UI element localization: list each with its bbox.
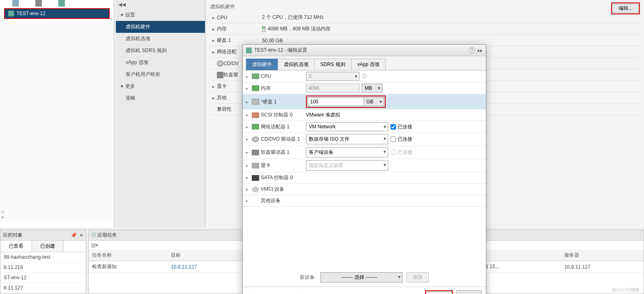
vm-icon — [246, 48, 252, 53]
floppy-icon — [252, 150, 259, 155]
watermark: @51CTO博客 — [612, 287, 640, 293]
memory-unit-select[interactable]: MB — [362, 84, 382, 93]
expand-icon[interactable]: ▸ — [246, 137, 252, 141]
tab-sdrs-rules[interactable]: SDRS 规则 — [314, 59, 352, 70]
edit-button[interactable]: 编辑... — [612, 4, 639, 13]
col-server[interactable]: 服务器 — [561, 250, 644, 261]
expand-icon[interactable]: ▸ — [210, 95, 217, 101]
disk-size-highlight: ▲▼ GB — [306, 96, 386, 108]
cancel-button[interactable]: 取消 — [456, 290, 482, 294]
tree-toolbar — [0, 0, 114, 7]
prop-disk: ▸ *硬盘 1 ▲▼ GB — [243, 94, 486, 109]
hw-row-memory: ▸ 内存 4096 MB，409 MB 活动内存 — [210, 23, 640, 35]
nav-vapp-options[interactable]: vApp 选项 — [116, 57, 205, 68]
floppy-icon — [217, 72, 223, 78]
memory-icon — [252, 85, 259, 91]
tree-anchors: ▷♦ — [2, 210, 5, 219]
expand-icon[interactable]: ▸ — [210, 84, 217, 89]
nav-guest-mapping[interactable]: 客户机用户映射 — [116, 68, 205, 80]
expand-icon[interactable]: ▸ — [246, 198, 252, 203]
disk-unit-select[interactable]: GB — [363, 97, 384, 106]
dialog-titlebar[interactable]: TEST-env-12 - 编辑设置 ? ▸▸ — [243, 45, 486, 56]
expand-icon[interactable]: ▸ — [246, 113, 252, 117]
list-item[interactable]: 98-haohanzhang-test — [0, 252, 86, 262]
memory-input[interactable] — [306, 84, 359, 93]
recent-list: 98-haohanzhang-test 8.11.218 ST-env-12 8… — [0, 252, 86, 293]
nav-section-settings[interactable]: 设置 — [116, 9, 205, 21]
disk-size-spinner[interactable]: ▲▼ — [308, 97, 361, 106]
dialog-footer: 兼容性: ESXi 6.5 及更高版本 (虚拟机版本 13) 确定 取消 — [243, 287, 486, 294]
target-link[interactable]: 10.8.11.127 — [171, 264, 197, 270]
prop-network: ▸ 网络适配器 1 VM Network 已连接 — [243, 121, 486, 133]
hosts-icon[interactable] — [12, 0, 19, 7]
gpu-icon — [252, 163, 259, 169]
tab-vapp-options[interactable]: vApp 选项 — [351, 59, 386, 70]
tab-created[interactable]: 已创建 — [32, 241, 64, 252]
tree-item-selected[interactable]: TEST-env-12 — [4, 8, 110, 19]
expand-icon[interactable]: ▸ — [246, 74, 252, 79]
tab-vm-options[interactable]: 虚拟机选项 — [278, 59, 315, 70]
tasks-icon: ▤ — [91, 232, 96, 238]
expand-icon[interactable]: ▸ — [246, 86, 252, 91]
list-item[interactable]: 8.11.127 — [0, 283, 86, 293]
network-icon[interactable] — [58, 0, 65, 7]
hw-row-cpu: ▸ CPU 2 个 CPU，已使用 712 MHz — [210, 12, 640, 23]
gpu-select[interactable]: 指定自定义设置 — [306, 160, 388, 171]
settings-nav-panel: ◀◀ 设置 虚拟机硬件 虚拟机选项 虚拟机 SDRS 规则 vApp 选项 客户… — [116, 0, 205, 228]
expand-icon[interactable]: ▸ — [246, 150, 252, 155]
list-item[interactable]: 8.11.218 — [0, 262, 86, 273]
sata-icon — [252, 175, 259, 181]
ok-button[interactable]: 确定 — [426, 292, 452, 294]
floppy-connected-checkbox: 已连接 — [391, 149, 412, 156]
network-icon — [252, 124, 259, 130]
expand-icon[interactable]: ▸ — [210, 49, 217, 55]
list-item[interactable]: ST-env-12 — [0, 273, 86, 283]
panel-title: 虚拟机硬件 — [210, 2, 640, 12]
nav-vm-options[interactable]: 虚拟机选项 — [116, 33, 205, 45]
panel-header: 近的对象 📌✕ — [0, 230, 86, 241]
nav-policy[interactable]: 策略 — [116, 92, 205, 104]
prop-sata: ▸ SATA 控制器 0 — [243, 172, 486, 184]
prop-memory: ▸ 内存 MB — [243, 82, 486, 94]
collapse-icon[interactable]: ◀◀ — [116, 0, 205, 9]
storage-icon[interactable] — [35, 0, 42, 7]
vm-icon — [8, 11, 14, 16]
expand-icon[interactable]: ▸ — [246, 100, 252, 104]
tab-virtual-hardware[interactable]: 虚拟硬件 — [246, 59, 278, 70]
new-device-select[interactable]: ------- 选择 ------- — [320, 272, 402, 283]
prop-scsi: ▸ SCSI 控制器 0 VMware 准虚拟 — [243, 109, 486, 121]
prop-floppy: ▸ 软盘驱动器 1 客户端设备 已连接 — [243, 146, 486, 159]
prop-cd: ▸ CD/DVD 驱动器 1 数据存储 ISO 文件 已连接 — [243, 133, 486, 146]
dialog-tabs: 虚拟硬件 虚拟机选项 SDRS 规则 vApp 选项 — [243, 56, 486, 71]
expand-icon[interactable]: ▸ — [246, 187, 252, 191]
expand-icon[interactable]: ▸ — [210, 15, 217, 21]
help-icon[interactable]: ? — [469, 47, 475, 54]
popout-icon[interactable]: ▸▸ — [478, 48, 483, 53]
tree-body — [0, 20, 114, 221]
expand-icon[interactable]: ▸ — [246, 175, 252, 180]
nav-sdrs-rules[interactable]: 虚拟机 SDRS 规则 — [116, 45, 205, 57]
net-connected-checkbox[interactable]: 已连接 — [391, 123, 412, 130]
cpu-select[interactable]: 2 — [306, 72, 359, 81]
recent-tabs: 已查看 已创建 — [0, 241, 86, 252]
cd-select[interactable]: 数据存储 ISO 文件 — [306, 134, 388, 144]
network-select[interactable]: VM Network — [306, 122, 388, 131]
inventory-tree-panel: TEST-env-12 ▷♦ — [0, 0, 114, 228]
expand-icon[interactable]: ▸ — [210, 38, 217, 43]
info-icon[interactable]: ⓘ — [362, 73, 367, 80]
floppy-select[interactable]: 客户端设备 — [306, 147, 388, 157]
tab-viewed[interactable]: 已查看 — [0, 241, 32, 252]
memory-bar-icon — [262, 26, 265, 32]
expand-icon[interactable]: ▸ — [210, 26, 217, 32]
add-device-button[interactable]: 添加 — [407, 272, 429, 283]
pin-icon[interactable]: 📌 — [71, 232, 77, 238]
close-icon[interactable]: ✕ — [79, 232, 83, 238]
nav-vm-hardware[interactable]: 虚拟机硬件 — [116, 21, 205, 33]
expand-icon[interactable]: ▸ — [246, 125, 252, 129]
tree-item-label: TEST-env-12 — [16, 11, 46, 16]
col-name[interactable]: 任务名称 — [89, 250, 168, 261]
cd-connected-checkbox[interactable]: 已连接 — [391, 136, 412, 143]
nav-section-more[interactable]: 更多 — [116, 80, 205, 92]
expand-icon[interactable]: ▸ — [246, 163, 252, 168]
col-target[interactable]: 目标 — [168, 250, 250, 261]
